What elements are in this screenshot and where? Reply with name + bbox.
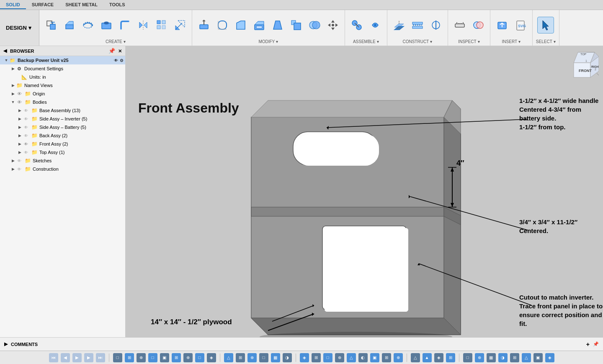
tab-tools[interactable]: TOOLS — [103, 1, 131, 9]
tree-item-named-views[interactable]: ▶ 📁 Named Views — [0, 81, 125, 90]
status-tool-22[interactable]: ▣ — [370, 353, 379, 362]
status-tool-30[interactable]: ⊕ — [475, 353, 484, 362]
viewcube[interactable]: FRONT RIGHT TOP 1 2 — [565, 50, 599, 84]
tab-solid[interactable]: SOLID — [0, 1, 26, 9]
status-tool-4[interactable]: □ — [148, 353, 157, 362]
combine-icon[interactable] — [306, 17, 323, 33]
status-tool-3[interactable]: ⊕ — [137, 353, 146, 362]
status-tool-9[interactable]: ◈ — [207, 353, 216, 362]
status-tool-19[interactable]: ⊕ — [335, 353, 344, 362]
tree-item-top-assy[interactable]: ▶ 👁 📁 Top Assy (1) — [0, 148, 125, 156]
comments-expand-icon[interactable]: ▶ — [4, 341, 8, 347]
chamfer-icon[interactable] — [232, 17, 249, 33]
create-label[interactable]: CREATE ▾ — [106, 39, 126, 44]
modify-fillet-icon[interactable] — [214, 17, 231, 33]
tree-item-doc-settings[interactable]: ▶ ⚙ Document Settings — [0, 64, 125, 73]
status-tool-7[interactable]: ⊕ — [183, 353, 193, 362]
insert-mcmaster-icon[interactable] — [494, 17, 510, 33]
draft-icon[interactable] — [269, 17, 286, 33]
status-tool-28[interactable]: ⊞ — [446, 353, 455, 362]
measure-icon[interactable] — [451, 17, 468, 33]
comments-add-icon[interactable]: + — [586, 341, 590, 348]
create-new-component-icon[interactable] — [43, 17, 59, 33]
tree-arrow-root[interactable]: ▼ — [3, 58, 9, 62]
shell-icon[interactable] — [251, 17, 268, 33]
status-tool-21[interactable]: ◐ — [358, 353, 368, 362]
hole-icon[interactable] — [98, 17, 115, 33]
visibility-icon-root[interactable]: 👁 — [114, 58, 118, 63]
insert-svg-icon[interactable]: SVG — [512, 17, 529, 33]
select-label[interactable]: SELECT ▾ — [536, 39, 556, 44]
tree-item-front-assy[interactable]: ▶ 👁 📁 Front Assy (2) — [0, 140, 125, 148]
status-tool-27[interactable]: ◈ — [434, 353, 443, 362]
extrude-icon[interactable] — [61, 17, 78, 33]
joint-icon[interactable] — [348, 17, 365, 33]
scale-icon[interactable] — [172, 17, 188, 33]
interference-icon[interactable] — [470, 17, 487, 33]
fillet-icon[interactable] — [116, 17, 133, 33]
move-icon[interactable] — [325, 17, 341, 33]
tab-surface[interactable]: SURFACE — [26, 1, 60, 9]
status-tool-6[interactable]: ⊞ — [172, 353, 181, 362]
revolve-icon[interactable] — [80, 17, 96, 33]
status-tool-5[interactable]: ▣ — [160, 353, 169, 362]
status-tool-33[interactable]: ⊞ — [510, 353, 519, 362]
status-tool-36[interactable]: ◈ — [545, 353, 554, 362]
status-tool-13[interactable]: □ — [259, 353, 268, 362]
pattern-icon[interactable] — [153, 17, 170, 33]
status-tool-10[interactable]: △ — [224, 353, 233, 362]
status-tool-34[interactable]: △ — [522, 353, 531, 362]
modify-scale-icon[interactable] — [288, 17, 304, 33]
status-tool-29[interactable]: □ — [463, 353, 472, 362]
tree-item-construction[interactable]: ▶ 👁 📁 Construction — [0, 165, 125, 173]
design-dropdown[interactable]: DESIGN ▾ — [0, 10, 39, 46]
status-tool-26[interactable]: ▲ — [423, 353, 432, 362]
status-tool-16[interactable]: ◈ — [300, 353, 309, 362]
status-tool-32[interactable]: ◑ — [498, 353, 508, 362]
tree-item-sketches[interactable]: ▶ 👁 📁 Sketches — [0, 156, 125, 165]
browser-pin-icon[interactable]: 📌 — [108, 48, 115, 54]
status-tool-17[interactable]: ⊞ — [312, 353, 321, 362]
part-3d-model[interactable] — [209, 84, 536, 337]
status-tool-15[interactable]: ◑ — [283, 353, 292, 362]
nav-next-next-icon[interactable]: ⏭ — [96, 353, 105, 362]
tree-item-origin[interactable]: ▶ 👁 📁 Origin — [0, 90, 125, 98]
settings-icon-root[interactable]: ⚙ — [120, 58, 124, 63]
status-tool-25[interactable]: △ — [411, 353, 420, 362]
modify-label[interactable]: MODIFY ▾ — [258, 39, 278, 44]
axis-through-icon[interactable] — [428, 17, 444, 33]
browser-collapse-icon[interactable]: ◀ — [3, 48, 7, 54]
nav-prev-icon[interactable]: ◀ — [61, 353, 70, 362]
tree-item-base-assy[interactable]: ▶ 👁 📁 Base Assembly (13) — [0, 106, 125, 115]
press-pull-icon[interactable] — [196, 17, 212, 33]
mirror-icon[interactable] — [135, 17, 152, 33]
status-tool-24[interactable]: ⊕ — [394, 353, 403, 362]
status-tool-18[interactable]: □ — [323, 353, 332, 362]
status-tool-14[interactable]: ▦ — [271, 353, 280, 362]
tree-item-units[interactable]: 📐 Units: in — [0, 73, 125, 81]
motion-link-icon[interactable] — [367, 17, 384, 33]
tree-item-bodies[interactable]: ▼ 👁 📁 Bodies — [0, 98, 125, 106]
status-tool-1[interactable]: □ — [113, 353, 122, 362]
tab-sheet-metal[interactable]: SHEET METAL — [59, 1, 103, 9]
assemble-label[interactable]: ASSEMBLE ▾ — [353, 39, 379, 44]
status-tool-8[interactable]: □ — [195, 353, 204, 362]
status-tool-12[interactable]: ⊕ — [247, 353, 257, 362]
nav-play-icon[interactable]: ▶ — [72, 353, 82, 362]
insert-label[interactable]: INSERT ▾ — [502, 39, 521, 44]
status-tool-31[interactable]: ▦ — [487, 353, 496, 362]
tree-item-side-assy-bat[interactable]: ▶ 👁 📁 Side Assy – Battery (5) — [0, 123, 125, 131]
tree-item-back-assy[interactable]: ▶ 👁 📁 Back Assy (2) — [0, 131, 125, 140]
nav-next-icon[interactable]: ▶ — [84, 353, 93, 362]
construct-label[interactable]: CONSTRUCT ▾ — [402, 39, 432, 44]
offset-plane-icon[interactable] — [391, 17, 407, 33]
tree-item-side-assy-inv[interactable]: ▶ 👁 📁 Side Assy – Inverter (5) — [0, 115, 125, 123]
status-tool-11[interactable]: ⊞ — [236, 353, 245, 362]
tree-item-root[interactable]: ▼ 📁 Backup Power Unit v25 👁 ⚙ — [0, 56, 125, 64]
select-icon[interactable] — [537, 17, 554, 33]
nav-prev-prev-icon[interactable]: ⏮ — [49, 353, 58, 362]
inspect-label[interactable]: INSPECT ▾ — [458, 39, 479, 44]
viewport[interactable]: Front Assembly FRONT RIGHT — [126, 46, 603, 337]
comments-pin-icon[interactable]: 📌 — [593, 341, 599, 347]
status-tool-20[interactable]: △ — [347, 353, 356, 362]
